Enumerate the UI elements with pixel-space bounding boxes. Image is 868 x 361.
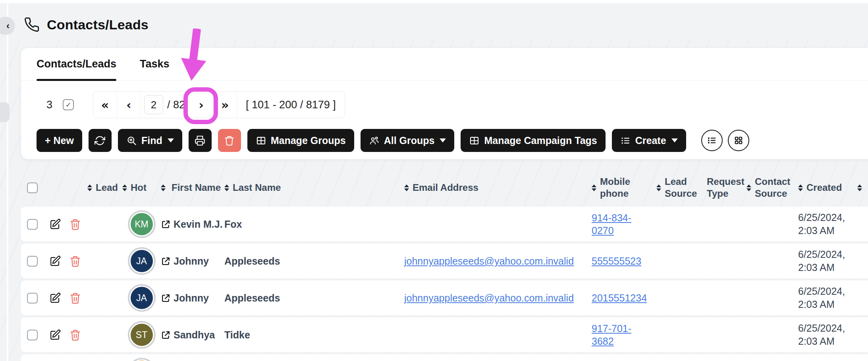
- check-icon: ✓: [66, 101, 71, 109]
- column-header-last-name[interactable]: Last Name: [224, 182, 401, 194]
- chevron-down-icon: [440, 138, 446, 142]
- sort-icon: [87, 184, 92, 191]
- print-button[interactable]: [189, 129, 212, 152]
- page-header: Contacts/Leads: [24, 17, 149, 33]
- column-label: Hot: [131, 182, 147, 194]
- delete-icon[interactable]: [69, 255, 81, 267]
- collapse-panel-button[interactable]: ‹: [0, 17, 15, 35]
- edit-icon[interactable]: [49, 255, 61, 267]
- avatar-initials: ST: [136, 330, 147, 340]
- row-checkbox[interactable]: [27, 330, 38, 340]
- sort-icon: [857, 184, 862, 191]
- table-row: JA Johnny Appleseeds johnnyappleseeds@ya…: [21, 280, 868, 315]
- contact-open-link[interactable]: Sandhya: [161, 329, 215, 341]
- all-groups-dropdown[interactable]: All Groups: [361, 129, 455, 152]
- contact-open-link[interactable]: Johnny: [161, 255, 209, 267]
- avatar: KM: [129, 212, 154, 236]
- top-strip: [0, 0, 868, 3]
- table-header: Lead Hot First Name Last Name Email Addr…: [21, 175, 868, 201]
- tab-contacts-leads-label: Contacts/Leads: [37, 58, 116, 70]
- row-checkbox[interactable]: [27, 219, 38, 230]
- users-icon: [369, 135, 380, 146]
- refresh-button[interactable]: [89, 129, 112, 152]
- column-header-contact-source[interactable]: Contact Source: [746, 176, 798, 200]
- row-checkbox[interactable]: [27, 256, 38, 267]
- column-label: Created: [806, 182, 842, 194]
- all-groups-label: All Groups: [384, 135, 435, 146]
- next-page-button[interactable]: ›: [189, 92, 213, 118]
- edit-icon[interactable]: [49, 329, 61, 341]
- printer-icon: [195, 135, 205, 146]
- avatar: JA: [129, 249, 154, 273]
- last-page-button[interactable]: »: [213, 92, 237, 118]
- created-timestamp: 6/25/2024, 2:03 AM: [798, 211, 852, 237]
- edit-icon[interactable]: [49, 292, 61, 304]
- pagination-controls: « ‹ / 82 › » [ 101 - 200 / 8179 ]: [93, 91, 345, 118]
- page-number-input[interactable]: [144, 95, 163, 114]
- email-link[interactable]: johnnyappleseeds@yahoo.com.invalid: [404, 255, 574, 267]
- column-label: First Name: [172, 182, 221, 194]
- column-header-clipped[interactable]: [852, 184, 868, 191]
- tab-bar: Contacts/Leads Tasks: [21, 48, 868, 81]
- left-edge-divider: [7, 3, 8, 361]
- avatar-initials: JA: [136, 256, 147, 267]
- column-label: Last Name: [233, 182, 281, 194]
- chevron-down-icon: [671, 138, 678, 142]
- column-label: Lead Source: [665, 176, 696, 200]
- column-header-lead[interactable]: Lead: [83, 182, 119, 194]
- column-header-email[interactable]: Email Address: [401, 182, 592, 194]
- prev-page-button[interactable]: ‹: [117, 92, 141, 118]
- manage-campaign-tags-button[interactable]: Manage Campaign Tags: [461, 129, 605, 152]
- header-select-all-checkbox[interactable]: [27, 182, 38, 193]
- phone-link[interactable]: 914-834-0270: [592, 211, 651, 237]
- pages-total-cell: / 82: [166, 92, 189, 118]
- last-name: Tidke: [224, 329, 250, 341]
- phone-link[interactable]: 555555523: [592, 255, 641, 267]
- manage-groups-button[interactable]: Manage Groups: [247, 129, 354, 152]
- column-header-first-name[interactable]: First Name: [161, 182, 224, 194]
- list-icon: [620, 135, 631, 146]
- grid-view-button[interactable]: [728, 130, 749, 151]
- delete-icon[interactable]: [69, 329, 81, 341]
- column-header-hot[interactable]: Hot: [119, 182, 161, 194]
- manage-campaign-tags-label: Manage Campaign Tags: [484, 135, 597, 146]
- phone-link[interactable]: 2015551234: [592, 292, 647, 304]
- column-label: Contact Source: [755, 176, 791, 200]
- sort-icon: [404, 184, 409, 191]
- delete-icon[interactable]: [69, 218, 81, 230]
- create-dropdown[interactable]: Create: [612, 129, 686, 152]
- page-title: Contacts/Leads: [47, 17, 149, 33]
- toolbar: + New Find Manage Groups All: [37, 129, 749, 152]
- sort-icon: [656, 184, 661, 191]
- record-range-label: [ 101 - 200 / 8179 ]: [246, 99, 336, 111]
- new-button[interactable]: + New: [37, 129, 82, 152]
- created-timestamp: 6/25/2024, 2:03 AM: [798, 285, 852, 311]
- trash-icon: [224, 135, 235, 146]
- edit-icon[interactable]: [49, 218, 61, 230]
- sort-icon: [592, 184, 596, 191]
- column-header-request-type[interactable]: Request Type: [707, 176, 746, 200]
- column-header-lead-source[interactable]: Lead Source: [653, 176, 707, 200]
- create-label: Create: [635, 135, 666, 146]
- delete-button[interactable]: [218, 129, 241, 152]
- row-checkbox[interactable]: [27, 293, 38, 303]
- select-all-checkbox[interactable]: ✓: [63, 99, 74, 110]
- first-page-button[interactable]: «: [93, 92, 117, 118]
- find-button[interactable]: Find: [118, 129, 182, 152]
- list-view-button[interactable]: [701, 130, 723, 151]
- main-panel: Contacts/Leads Tasks 3 ✓ « ‹ / 82 ›: [21, 48, 868, 159]
- last-name: Appleseeds: [224, 255, 280, 267]
- sidebar-handle[interactable]: [0, 102, 10, 122]
- contact-open-link[interactable]: Kevin M.J.: [161, 218, 223, 230]
- manage-groups-label: Manage Groups: [271, 135, 346, 146]
- sort-icon: [798, 184, 803, 191]
- column-header-created[interactable]: Created: [798, 182, 852, 194]
- delete-icon[interactable]: [69, 292, 81, 304]
- tab-contacts-leads[interactable]: Contacts/Leads: [37, 48, 116, 80]
- contact-open-link[interactable]: Johnny: [161, 292, 209, 304]
- tab-tasks[interactable]: Tasks: [140, 48, 170, 80]
- phone-link[interactable]: 917-701-3682: [592, 322, 651, 348]
- table-row: ST Sandhya Tidke 917-701-3682 6/25/2024,…: [21, 317, 868, 352]
- email-link[interactable]: johnnyappleseeds@yahoo.com.invalid: [404, 292, 574, 304]
- column-header-mobile-phone[interactable]: Mobile phone: [592, 176, 653, 200]
